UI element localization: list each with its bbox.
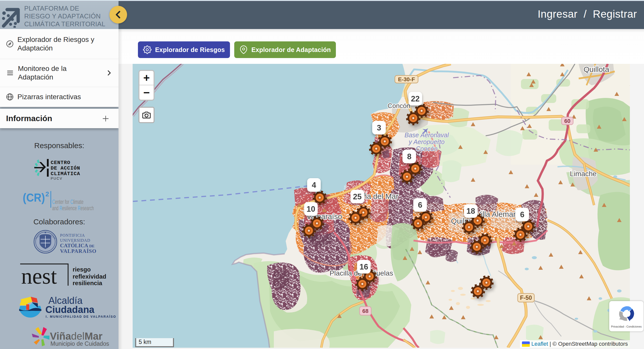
svg-text:riesgo: riesgo: [73, 266, 91, 273]
svg-text:CLIMÁTICA: CLIMÁTICA: [51, 171, 80, 177]
svg-text:CENTRO: CENTRO: [51, 160, 70, 166]
svg-text:3: 3: [377, 123, 381, 132]
svg-text:60: 60: [564, 118, 570, 124]
svg-text:F-50: F-50: [520, 294, 532, 301]
svg-text:DE ACCIÓN: DE ACCIÓN: [51, 165, 80, 171]
svg-text:y Aeropuerto: y Aeropuerto: [408, 138, 445, 145]
svg-text:UNIVERSIDAD: UNIVERSIDAD: [60, 238, 90, 243]
svg-text:and Resilience Research: and Resilience Research: [52, 205, 94, 211]
svg-text:resiliencia: resiliencia: [73, 280, 102, 286]
svg-text:ViñadelMar: ViñadelMar: [50, 331, 102, 342]
svg-text:reflexividad: reflexividad: [73, 273, 106, 280]
svg-text:Quillota: Quillota: [583, 65, 609, 73]
svg-text:4: 4: [312, 181, 316, 190]
svg-text:Ciudadana: Ciudadana: [45, 304, 95, 315]
svg-text:8: 8: [407, 152, 411, 161]
svg-text:6: 6: [418, 201, 422, 209]
svg-text:6: 6: [520, 210, 524, 219]
svg-text:E-30-F: E-30-F: [398, 76, 415, 83]
svg-text:I. MUNICIPALIDAD DE VALPARAÍSO: I. MUNICIPALIDAD DE VALPARAÍSO: [46, 315, 116, 318]
svg-text:Concón: Concón: [388, 102, 410, 110]
svg-text:Center for Climate: Center for Climate: [52, 198, 83, 205]
svg-text:68: 68: [362, 308, 368, 314]
svg-text:PUCV: PUCV: [51, 176, 63, 180]
svg-text:CATÓLICA DE: CATÓLICA DE: [60, 243, 95, 249]
svg-text:Limache: Limache: [570, 170, 597, 178]
svg-text:PONTIFICIA: PONTIFICIA: [60, 233, 85, 237]
svg-text:Concón: Concón: [416, 145, 437, 152]
svg-text:2: 2: [45, 190, 49, 198]
svg-text:nest: nest: [21, 264, 57, 286]
svg-text:25: 25: [353, 192, 362, 201]
svg-text:10: 10: [307, 205, 315, 213]
svg-text:18: 18: [466, 207, 475, 216]
svg-text:22: 22: [411, 94, 420, 103]
svg-text:Municipio de Cuidados: Municipio de Cuidados: [50, 340, 109, 347]
svg-text:(CR): (CR): [23, 191, 45, 204]
svg-text:16: 16: [360, 262, 368, 271]
svg-text:VALPARAÍSO: VALPARAÍSO: [60, 248, 97, 254]
